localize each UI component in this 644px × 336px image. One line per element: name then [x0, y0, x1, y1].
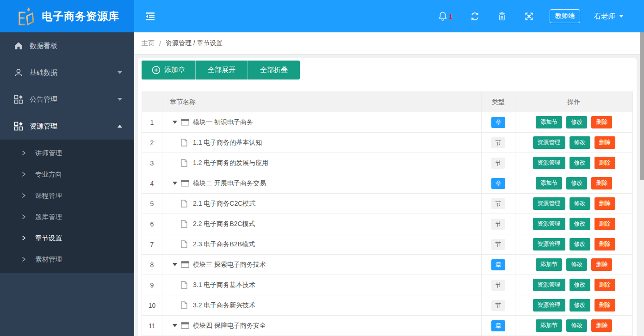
delete-button[interactable]: 删除: [591, 177, 612, 189]
delete-button[interactable]: 删除: [594, 279, 615, 291]
section-doc-icon: [181, 200, 189, 208]
type-badge: 节: [491, 239, 505, 250]
row-title: 3.2 电子商务新兴技术: [193, 301, 255, 310]
page-scrollbar[interactable]: [640, 32, 644, 336]
edit-button[interactable]: 修改: [570, 238, 590, 250]
sidebar-item-announcements[interactable]: 公告管理: [0, 86, 134, 113]
row-actions: 资源管理修改删除: [515, 234, 633, 255]
delete-button[interactable]: 删除: [594, 238, 615, 250]
table-row: 11 模块四 保障电子商务安全 章 添: [142, 316, 633, 336]
row-index: 7: [142, 234, 162, 255]
resource-manage-button[interactable]: 资源管理: [533, 218, 565, 230]
edit-button[interactable]: 修改: [566, 319, 587, 332]
row-index: 8: [142, 255, 162, 275]
collapse-caret-icon[interactable]: [173, 263, 181, 266]
resource-manage-button[interactable]: 资源管理: [533, 157, 565, 169]
delete-button[interactable]: 删除: [591, 319, 612, 332]
add-section-button[interactable]: 添加节: [536, 319, 563, 332]
sidebar-subitem-2[interactable]: 专业方向: [0, 164, 134, 185]
edit-button[interactable]: 修改: [570, 136, 590, 149]
header-actions: 操作: [515, 92, 633, 112]
topbar: 1: [134, 0, 644, 32]
table-row: 10 3.2 电子商务新兴技术 节 资: [142, 295, 633, 316]
add-section-button[interactable]: 添加节: [536, 258, 563, 271]
edit-button[interactable]: 修改: [570, 218, 590, 230]
type-badge: 节: [491, 198, 505, 209]
add-section-button[interactable]: 添加节: [536, 177, 563, 189]
sidebar-item-dashboard[interactable]: 数据看板: [0, 32, 134, 59]
sidebar-menu: 数据看板 基础数据 公告管理: [0, 32, 134, 336]
edit-button[interactable]: 修改: [570, 299, 590, 312]
menu-fold-icon[interactable]: [144, 10, 156, 22]
type-badge: 节: [491, 219, 505, 230]
user-menu[interactable]: 石老师: [594, 12, 624, 21]
row-actions: 添加节修改删除: [515, 173, 633, 194]
resource-manage-button[interactable]: 资源管理: [533, 197, 565, 210]
edit-button[interactable]: 修改: [566, 116, 587, 128]
row-index: 9: [142, 275, 162, 295]
sidebar-subitem-label: 课程管理: [35, 191, 62, 200]
chevron-right-icon: [20, 150, 27, 156]
role-button[interactable]: 教师端: [550, 9, 580, 23]
breadcrumb-path: 资源管理 / 章节设置: [166, 39, 223, 48]
expand-all-button[interactable]: 全部展开: [195, 61, 248, 79]
chevron-down-icon: [118, 98, 122, 101]
resource-manage-button[interactable]: 资源管理: [533, 279, 565, 291]
resource-manage-button[interactable]: 资源管理: [533, 238, 565, 250]
delete-button[interactable]: 删除: [594, 157, 615, 169]
sidebar-subitem-label: 专业方向: [35, 170, 62, 179]
collapse-caret-icon[interactable]: [173, 182, 181, 185]
toolbar: 添加章 全部展开 全部折叠: [142, 61, 633, 79]
header-name: 章节名称: [162, 92, 482, 112]
add-chapter-button[interactable]: 添加章: [142, 61, 195, 79]
chapters-table: 章节名称 类型 操作 1: [142, 92, 633, 336]
table-row: 5 2.1 电子商务C2C模式 节 资: [142, 194, 633, 214]
delete-button[interactable]: 删除: [594, 197, 615, 210]
sidebar-subitem-6[interactable]: 素材管理: [0, 249, 134, 270]
sidebar-subitem-label: 素材管理: [35, 255, 62, 264]
resource-manage-button[interactable]: 资源管理: [533, 299, 565, 312]
edit-button[interactable]: 修改: [566, 177, 587, 189]
refresh-button[interactable]: [470, 12, 480, 21]
row-title: 模块二 开展电子商务交易: [193, 179, 266, 188]
table-row: 8 模块三 探索电子商务技术 章 添加: [142, 255, 633, 275]
resource-manage-button[interactable]: 资源管理: [533, 136, 565, 149]
delete-button[interactable]: 删除: [591, 116, 612, 128]
collapse-caret-icon[interactable]: [173, 324, 181, 327]
row-title: 3.1 电子商务基本技术: [193, 281, 255, 289]
sidebar-subitem-5[interactable]: 章节设置: [0, 227, 134, 249]
home-icon: [14, 41, 23, 50]
plus-circle-icon: [152, 66, 161, 74]
delete-button[interactable]: 删除: [594, 299, 615, 312]
delete-button[interactable]: 删除: [594, 136, 615, 149]
row-index: 11: [142, 316, 162, 336]
sidebar-subitem-1[interactable]: 讲师管理: [0, 142, 134, 164]
fullscreen-button[interactable]: [524, 12, 534, 21]
edit-button[interactable]: 修改: [570, 157, 590, 169]
scrollbar-thumb[interactable]: [640, 32, 644, 180]
table-row: 9 3.1 电子商务基本技术 节 资源: [142, 275, 633, 295]
edit-button[interactable]: 修改: [570, 197, 590, 210]
clear-cache-button[interactable]: [497, 12, 507, 21]
notifications-button[interactable]: 1: [438, 11, 452, 21]
delete-button[interactable]: 删除: [591, 258, 612, 271]
chevron-right-icon: [20, 214, 27, 220]
chapter-window-icon: [181, 179, 189, 187]
delete-button[interactable]: 删除: [594, 218, 615, 230]
collapse-all-button[interactable]: 全部折叠: [248, 61, 300, 79]
sidebar-subitem-3[interactable]: 课程管理: [0, 185, 134, 206]
section-doc-icon: [181, 159, 189, 167]
trash-icon: [497, 12, 507, 21]
breadcrumb-home[interactable]: 主页: [142, 39, 155, 48]
sidebar-subitem-4[interactable]: 题库管理: [0, 206, 134, 227]
collapse-caret-icon[interactable]: [173, 121, 181, 124]
sidebar-item-resources[interactable]: 资源管理: [0, 113, 134, 140]
sidebar-item-base-data[interactable]: 基础数据: [0, 59, 134, 86]
row-index: 6: [142, 214, 162, 234]
edit-button[interactable]: 修改: [566, 258, 587, 271]
edit-button[interactable]: 修改: [570, 279, 590, 291]
sidebar-submenu: 讲师管理 专业方向 课程管理 题库管理 章节设置 素材管理: [0, 140, 134, 273]
row-title: 1.2 电子商务的发展与应用: [193, 159, 268, 167]
type-badge: 节: [491, 300, 505, 311]
add-section-button[interactable]: 添加节: [536, 116, 563, 128]
